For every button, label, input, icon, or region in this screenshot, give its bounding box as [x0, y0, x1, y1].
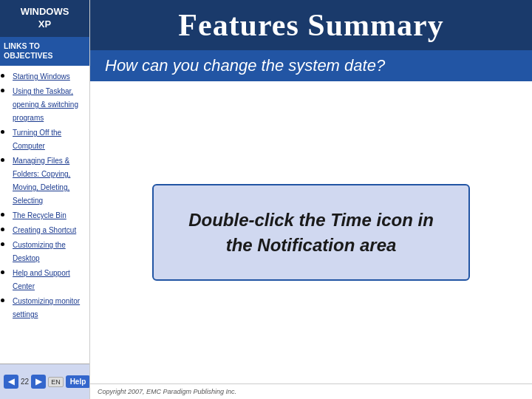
sidebar-list-item: Help and Support Center	[13, 265, 86, 292]
answer-text: Double-click the Time icon in the Notifi…	[183, 208, 439, 257]
sidebar-list-item: Using the Taskbar, opening & switching p…	[13, 83, 86, 123]
nav-forward-button[interactable]: ▶	[31, 375, 46, 389]
sidebar-link-recycle-bin[interactable]: The Recycle Bin	[13, 211, 66, 219]
sidebar-link-monitor-settings[interactable]: Customizing monitor settings	[13, 297, 80, 318]
nav-back-button[interactable]: ◀	[4, 375, 18, 389]
sidebar-link-managing-files[interactable]: Managing Files & Folders: Copying, Movin…	[13, 157, 70, 205]
sidebar-link-turning-off[interactable]: Turning Off the Computer	[13, 129, 61, 150]
question-text: How can you change the system date?	[105, 56, 517, 75]
sidebar-list-item: The Recycle Bin	[13, 208, 86, 221]
sidebar-list-item: Turning Off the Computer	[13, 125, 86, 151]
sidebar-link-customizing-desktop[interactable]: Customizing the Desktop	[13, 241, 66, 262]
sidebar-link-help-support[interactable]: Help and Support Center	[13, 269, 70, 290]
links-heading-text: LINKS TO OBJECTIVES	[4, 41, 53, 61]
sidebar-list-item: Creating a Shortcut	[13, 222, 86, 236]
main-panel: Features Summary How can you change the …	[90, 0, 532, 399]
main-header: Features Summary	[90, 0, 532, 50]
question-banner: How can you change the system date?	[90, 50, 532, 81]
help-button[interactable]: Help	[66, 375, 90, 388]
sidebar-link-starting-windows[interactable]: Starting Windows	[13, 72, 70, 81]
sidebar-link-creating-shortcut[interactable]: Creating a Shortcut	[13, 226, 76, 234]
sidebar-list-item: Customizing monitor settings	[13, 293, 86, 320]
sidebar-link-using-taskbar[interactable]: Using the Taskbar, opening & switching p…	[13, 87, 78, 122]
links-to-objectives-heading: LINKS TO OBJECTIVES	[0, 37, 89, 66]
sidebar-list-item: Managing Files & Folders: Copying, Movin…	[13, 153, 86, 206]
language-badge: EN	[48, 377, 64, 387]
answer-box: Double-click the Time icon in the Notifi…	[152, 184, 470, 281]
sidebar-nav: ◀ 22 ▶ EN Help	[0, 364, 89, 399]
page-title: Features Summary	[105, 7, 517, 43]
sidebar-list-item: Starting Windows	[13, 69, 86, 82]
sidebar: WINDOWS XP LINKS TO OBJECTIVES Starting …	[0, 0, 90, 399]
main-footer: Copyright 2007, EMC Paradigm Publishing …	[90, 383, 532, 399]
page-number: 22	[21, 378, 29, 386]
sidebar-list-item: Customizing the Desktop	[13, 237, 86, 264]
copyright-text: Copyright 2007, EMC Paradigm Publishing …	[98, 388, 525, 395]
sidebar-title-text: WINDOWS XP	[21, 6, 69, 30]
main-body: Double-click the Time icon in the Notifi…	[90, 81, 532, 383]
sidebar-title: WINDOWS XP	[0, 0, 89, 37]
sidebar-links-list: Starting WindowsUsing the Taskbar, openi…	[0, 66, 89, 364]
